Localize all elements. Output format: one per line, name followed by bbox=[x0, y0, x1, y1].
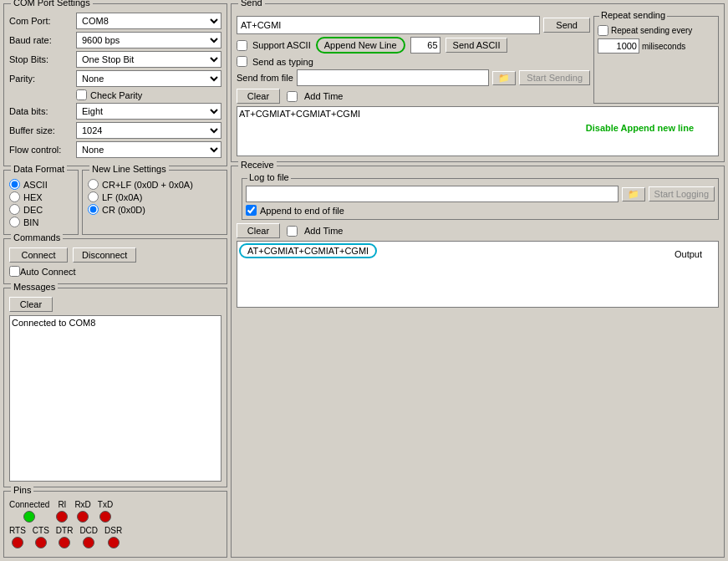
output-label: Output bbox=[675, 249, 702, 259]
led-connected bbox=[23, 511, 35, 523]
receive-clear-button[interactable]: Clear bbox=[237, 223, 280, 238]
log-file-browse-button[interactable]: 📁 bbox=[622, 187, 645, 201]
data-format-bin-label: BIN bbox=[23, 217, 38, 227]
support-ascii-label: Support ASCII bbox=[252, 40, 311, 50]
repeat-checkbox[interactable] bbox=[598, 25, 608, 36]
baud-rate-select[interactable]: 9600 bps bbox=[76, 32, 221, 48]
buffer-size-label: Buffer size: bbox=[9, 125, 76, 135]
data-format-hex-radio[interactable] bbox=[9, 191, 20, 202]
send-button[interactable]: Send bbox=[543, 18, 590, 33]
send-panel: Send Send Support ASCII Append New Line bbox=[231, 3, 725, 162]
append-to-file-checkbox[interactable] bbox=[246, 205, 257, 216]
start-logging-button[interactable]: Start Logging bbox=[649, 186, 715, 201]
send-add-time-checkbox[interactable] bbox=[287, 91, 298, 102]
send-ascii-button[interactable]: Send ASCII bbox=[445, 38, 508, 53]
buffer-size-select[interactable]: 1024 bbox=[76, 122, 221, 139]
send-add-time-label: Add Time bbox=[304, 91, 343, 101]
receive-add-time-label: Add Time bbox=[304, 226, 343, 236]
parity-select[interactable]: None bbox=[76, 70, 221, 87]
com-port-settings-panel: COM Port Settings Com Port: COM8 Baud ra… bbox=[3, 3, 227, 166]
disconnect-button[interactable]: Disconnect bbox=[73, 247, 136, 263]
send-file-browse-button[interactable]: 📁 bbox=[492, 71, 516, 85]
send-input[interactable] bbox=[237, 16, 540, 34]
repeat-title: Repeat sending bbox=[599, 10, 667, 20]
receive-content-text: AT+CGMIAT+CGMIAT+CGMI bbox=[239, 243, 377, 258]
append-new-line-button[interactable]: Append New Line bbox=[316, 37, 405, 54]
led-txd bbox=[99, 511, 111, 523]
newline-crlf-label: CR+LF (0x0D + 0x0A) bbox=[102, 180, 193, 190]
repeat-ms-input[interactable] bbox=[598, 38, 639, 54]
led-ri bbox=[56, 511, 68, 523]
auto-connect-label: Auto Connect bbox=[20, 267, 76, 277]
commands-title: Commands bbox=[11, 232, 63, 242]
log-file-input[interactable] bbox=[246, 186, 619, 202]
send-clear-button[interactable]: Clear bbox=[237, 89, 280, 104]
check-parity-label: Check Parity bbox=[90, 90, 142, 100]
parity-label: Parity: bbox=[9, 74, 76, 84]
data-format-title: Data Format bbox=[11, 164, 67, 174]
start-sending-button[interactable]: Start Sending bbox=[519, 70, 590, 85]
data-bits-label: Data bits: bbox=[9, 106, 76, 116]
messages-clear-button[interactable]: Clear bbox=[9, 297, 53, 312]
send-as-typing-checkbox[interactable] bbox=[237, 56, 247, 67]
data-format-bin-radio[interactable] bbox=[9, 217, 20, 227]
pin-cts: CTS bbox=[33, 526, 49, 548]
pin-connected: Connected bbox=[9, 500, 49, 523]
led-dsr bbox=[108, 537, 120, 548]
send-file-input[interactable] bbox=[297, 69, 489, 86]
com-port-label: Com Port: bbox=[9, 16, 76, 26]
num-input[interactable] bbox=[410, 37, 440, 54]
com-port-select[interactable]: COM8 bbox=[76, 13, 221, 29]
newline-lf-radio[interactable] bbox=[88, 191, 99, 202]
send-title: Send bbox=[238, 0, 265, 8]
led-dcd bbox=[83, 537, 94, 548]
new-line-title: New Line Settings bbox=[89, 164, 169, 174]
append-to-file-label: Append to end of file bbox=[260, 206, 344, 216]
pin-ri: RI bbox=[56, 500, 68, 523]
newline-cr-label: CR (0x0D) bbox=[102, 205, 145, 215]
send-content-text: AT+CGMIAT+CGMIAT+CGMI bbox=[239, 109, 360, 119]
pins-panel: Pins Connected RI RxD TxD bbox=[3, 491, 227, 558]
ms-label: miliseconds bbox=[642, 42, 685, 51]
flow-control-select[interactable]: None bbox=[76, 141, 221, 158]
messages-textarea[interactable]: Connected to COM8 bbox=[9, 315, 221, 482]
data-bits-select[interactable]: Eight bbox=[76, 103, 221, 120]
flow-control-label: Flow control: bbox=[9, 145, 76, 155]
pin-txd: TxD bbox=[98, 500, 113, 523]
data-format-ascii-label: ASCII bbox=[23, 180, 48, 190]
repeat-check-label: Repeat sending every bbox=[611, 26, 692, 35]
receive-content-area: AT+CGMIAT+CGMIAT+CGMI bbox=[237, 241, 719, 308]
receive-add-time-checkbox[interactable] bbox=[287, 226, 298, 237]
pin-dtr: DTR bbox=[56, 526, 74, 548]
send-from-file-label: Send from file bbox=[237, 73, 293, 83]
data-format-dec-radio[interactable] bbox=[9, 204, 20, 215]
stop-bits-label: Stop Bits: bbox=[9, 54, 76, 64]
receive-panel: Receive Log to file 📁 Start Logging bbox=[231, 166, 725, 558]
pins-title: Pins bbox=[11, 485, 33, 495]
newline-crlf-radio[interactable] bbox=[88, 179, 99, 190]
data-format-ascii-radio[interactable] bbox=[9, 179, 20, 190]
data-format-dec-label: DEC bbox=[23, 205, 43, 215]
send-annotation: Disable Append new line bbox=[586, 123, 694, 133]
support-ascii-checkbox[interactable] bbox=[237, 40, 247, 51]
auto-connect-checkbox[interactable] bbox=[9, 266, 20, 277]
baud-rate-label: Baud rate: bbox=[9, 35, 76, 45]
receive-title: Receive bbox=[238, 160, 277, 170]
check-parity-checkbox[interactable] bbox=[76, 89, 87, 100]
connect-button[interactable]: Connect bbox=[9, 247, 68, 263]
led-cts bbox=[35, 537, 47, 548]
pin-dcd: DCD bbox=[79, 526, 98, 548]
led-rxd bbox=[77, 511, 89, 523]
new-line-panel: New Line Settings CR+LF (0x0D + 0x0A) LF… bbox=[82, 170, 227, 235]
output-annotation: Output bbox=[675, 249, 702, 259]
data-format-panel: Data Format ASCII HEX DEC BIN bbox=[3, 170, 79, 235]
newline-lf-label: LF (0x0A) bbox=[102, 192, 142, 202]
newline-cr-radio[interactable] bbox=[88, 204, 99, 215]
messages-title: Messages bbox=[11, 282, 58, 292]
stop-bits-select[interactable]: One Stop Bit bbox=[76, 51, 221, 68]
messages-panel: Messages Clear Connected to COM8 bbox=[3, 288, 227, 487]
send-as-typing-label: Send as typing bbox=[252, 57, 313, 67]
data-format-hex-label: HEX bbox=[23, 192, 43, 202]
commands-panel: Commands Connect Disconnect Auto Connect bbox=[3, 238, 227, 284]
pin-rts: RTS bbox=[9, 526, 26, 548]
